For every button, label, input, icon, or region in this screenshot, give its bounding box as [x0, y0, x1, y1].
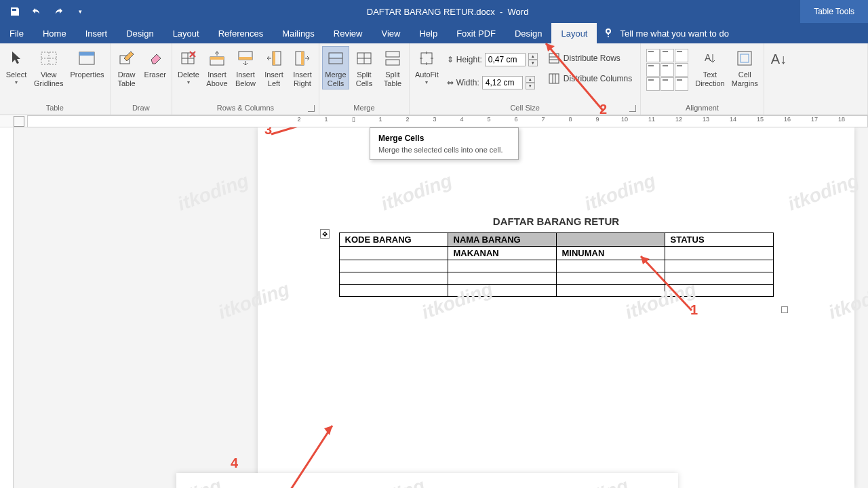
tab-table-layout[interactable]: Layout	[551, 23, 597, 43]
tab-foxit[interactable]: Foxit PDF	[447, 23, 505, 43]
distribute-columns-button[interactable]: Distribute Columns	[543, 70, 637, 87]
height-icon: ⇕	[447, 55, 454, 64]
cell-margins-button[interactable]: Cell Margins	[729, 46, 761, 89]
document-page: itkoding itkoding itkoding itkoding itko…	[258, 127, 854, 488]
insert-right-button[interactable]: Insert Right	[289, 46, 316, 89]
svg-rect-31	[549, 74, 559, 83]
qat-customize[interactable]: ▾	[71, 2, 90, 21]
align-top-right[interactable]	[675, 49, 688, 62]
svg-rect-35	[738, 52, 751, 65]
draw-table-button[interactable]: Draw Table	[113, 46, 140, 89]
svg-rect-12	[210, 57, 224, 60]
height-down[interactable]: ▾	[528, 60, 538, 66]
cellsize-launcher[interactable]	[629, 105, 636, 112]
width-icon: ⇔	[447, 78, 454, 87]
save-button[interactable]	[5, 2, 24, 21]
vertical-ruler[interactable]	[0, 127, 14, 488]
height-label: Height:	[456, 55, 482, 64]
group-table-label: Table	[3, 102, 107, 113]
align-bottom-center[interactable]	[660, 77, 674, 91]
split-cells-button[interactable]: Split Cells	[351, 46, 378, 89]
tab-insert[interactable]: Insert	[76, 23, 117, 43]
align-middle-right[interactable]	[675, 63, 688, 77]
tab-help[interactable]: Help	[410, 23, 447, 43]
annotation-3: 3	[264, 127, 272, 138]
svg-rect-26	[386, 60, 399, 65]
table1-header-empty	[556, 233, 665, 247]
table-move-handle[interactable]: ✥	[320, 229, 330, 239]
tab-home[interactable]: Home	[33, 23, 76, 43]
table1-header-kode: KODE BARANG	[339, 233, 448, 247]
align-top-left[interactable]	[646, 49, 660, 62]
annotation-1: 1	[690, 302, 698, 318]
tab-file[interactable]: File	[0, 23, 33, 43]
merge-cells-button[interactable]: Merge Cells	[322, 46, 349, 89]
height-input[interactable]	[485, 53, 526, 66]
undo-button[interactable]	[27, 2, 46, 21]
doc-title-1: DAFTAR BARANG RETUR	[258, 216, 854, 227]
svg-text:A: A	[705, 52, 711, 63]
tell-me-search[interactable]: Tell me what you want to do	[597, 28, 735, 39]
rows-columns-launcher[interactable]	[308, 105, 315, 112]
ribbon: Select▾ View Gridlines Properties Table …	[0, 43, 868, 115]
tab-view[interactable]: View	[372, 23, 410, 43]
width-up[interactable]: ▴	[526, 76, 535, 83]
autofit-button[interactable]: AutoFit▾	[412, 46, 441, 87]
align-middle-left[interactable]	[646, 63, 660, 77]
tab-table-design[interactable]: Design	[505, 23, 551, 43]
svg-rect-16	[273, 52, 275, 65]
select-button[interactable]: Select▾	[3, 46, 30, 87]
delete-button[interactable]: Delete▾	[175, 46, 202, 87]
svg-rect-14	[239, 57, 252, 60]
insert-left-button[interactable]: Insert Left	[260, 46, 288, 89]
svg-rect-28	[549, 54, 559, 63]
align-bottom-left[interactable]	[646, 77, 660, 91]
svg-rect-27	[421, 53, 432, 64]
distribute-rows-button[interactable]: Distribute Rows	[543, 50, 637, 66]
tab-review[interactable]: Review	[324, 23, 372, 43]
width-label: Width:	[456, 78, 479, 87]
horizontal-ruler[interactable]: 21▯123456789101112131415161718	[27, 115, 868, 127]
window-title: DAFTAR BARANG RETUR.docx - Word	[95, 7, 800, 17]
align-bottom-right[interactable]	[675, 77, 688, 91]
table-tools-label: Table Tools	[800, 0, 868, 23]
insert-above-button[interactable]: Insert Above	[203, 46, 231, 89]
ruler-corner[interactable]	[14, 116, 24, 127]
alignment-grid	[646, 49, 688, 91]
split-table-button[interactable]: Split Table	[379, 46, 406, 89]
properties-button[interactable]: Properties	[67, 46, 106, 81]
sort-icon[interactable]: A↓	[771, 46, 787, 73]
eraser-button[interactable]: Eraser	[142, 46, 169, 81]
width-down[interactable]: ▾	[526, 83, 535, 89]
tab-layout[interactable]: Layout	[163, 23, 209, 43]
table1-resize-handle[interactable]	[781, 306, 788, 313]
table-1[interactable]: KODE BARANG NAMA BARANG STATUS MAKANANMI…	[339, 232, 774, 297]
group-merge-label: Merge	[322, 102, 406, 113]
svg-point-1	[608, 36, 609, 37]
group-rows-columns-label: Rows & Columns	[175, 102, 316, 113]
view-gridlines-button[interactable]: View Gridlines	[31, 46, 66, 89]
group-draw-label: Draw	[113, 102, 169, 113]
height-up[interactable]: ▴	[528, 53, 538, 60]
text-direction-button[interactable]: AText Direction	[692, 46, 727, 89]
align-middle-center[interactable]	[660, 63, 674, 77]
table1-cell-makanan: MAKANAN	[448, 247, 556, 260]
table1-header-status: STATUS	[665, 233, 773, 247]
tab-references[interactable]: References	[209, 23, 273, 43]
align-top-center[interactable]	[660, 49, 674, 62]
svg-rect-21	[330, 54, 342, 58]
tab-mailings[interactable]: Mailings	[273, 23, 324, 43]
merge-cells-tooltip: Merge Cells Merge the selected cells int…	[370, 127, 519, 160]
annotation-2: 2	[599, 102, 607, 117]
insert-below-button[interactable]: Insert Below	[232, 46, 259, 89]
redo-button[interactable]	[49, 2, 68, 21]
tab-design[interactable]: Design	[117, 23, 163, 43]
svg-rect-18	[301, 52, 304, 65]
width-input[interactable]	[482, 76, 523, 89]
table1-header-nama: NAMA BARANG	[448, 233, 556, 247]
svg-point-0	[606, 29, 610, 33]
svg-rect-25	[386, 52, 399, 57]
svg-rect-36	[741, 54, 749, 62]
table1-cell-minuman: MINUMAN	[556, 247, 665, 260]
document-page-2: itkoding itkoding itkoding ✥ DAFTAR BARA…	[176, 473, 678, 488]
